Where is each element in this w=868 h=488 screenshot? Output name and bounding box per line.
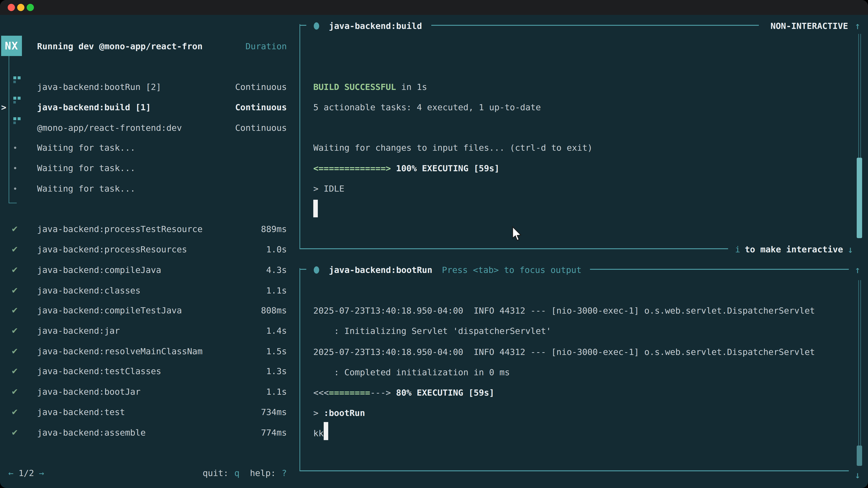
interactive-hint: i to make interactive ↓ <box>735 239 853 260</box>
prompt-task-name: :bootRun <box>324 408 365 418</box>
duration-column-header: Duration <box>196 36 287 57</box>
task-row[interactable]: java-backend:compileJava <box>37 260 161 280</box>
panel-corner-stub <box>300 269 306 270</box>
check-icon: ✔ <box>11 219 25 239</box>
help-key: ? <box>282 468 287 478</box>
pager-prev-icon[interactable]: ← <box>8 468 13 478</box>
mouse-cursor-icon <box>510 226 523 242</box>
task-row[interactable]: java-backend:resolveMainClassNam <box>37 341 203 361</box>
panel-header-rule <box>431 25 759 26</box>
progress-bar: <=============> <box>313 163 391 173</box>
task-duration: 1.0s <box>196 239 287 260</box>
task-row[interactable]: java-backend:assemble <box>37 422 146 443</box>
interactive-hint-key: i <box>735 245 740 254</box>
check-icon: ✔ <box>11 361 25 381</box>
scroll-up-icon[interactable]: ↑ <box>851 260 864 280</box>
close-button-icon[interactable] <box>8 4 15 11</box>
waiting-task-row: Waiting for task... <box>37 138 135 158</box>
task-row[interactable]: java-backend:processResources <box>37 239 187 260</box>
progress-prefix: <<< <box>313 388 329 398</box>
check-icon: ✔ <box>11 422 25 443</box>
task-row[interactable]: java-backend:test <box>37 402 125 422</box>
build-time: in 1s <box>396 82 427 92</box>
panel-bottom-border <box>300 248 728 249</box>
pager-next-icon[interactable]: → <box>39 468 44 478</box>
typed-input-text[interactable]: kk <box>313 423 324 444</box>
minimize-button-icon[interactable] <box>17 4 24 11</box>
task-status-dot-icon <box>314 266 319 273</box>
task-row[interactable]: java-backend:compileTestJava <box>37 300 182 321</box>
panel-bottom-border <box>300 470 849 471</box>
progress-status <box>391 163 396 173</box>
titlebar[interactable] <box>0 0 868 15</box>
scrollbar-thumb[interactable] <box>857 158 862 238</box>
bootrun-progress-line: <<<========---> 80% EXECUTING [59s] <box>313 383 494 403</box>
progress-status-text: 100% EXECUTING [59s] <box>396 163 500 173</box>
task-duration: Continuous <box>196 77 287 97</box>
scrollbar-thumb[interactable] <box>857 446 862 466</box>
keyboard-hints: quit: q help: ? <box>196 463 287 483</box>
task-duration: 1.4s <box>196 321 287 341</box>
build-summary-line: 5 actionable tasks: 4 executed, 1 up-to-… <box>313 97 541 118</box>
build-successful-label: BUILD SUCCESSFUL <box>313 82 396 92</box>
bootrun-panel-title: java-backend:bootRun <box>329 260 432 280</box>
waiting-task-row: Waiting for task... <box>37 178 135 199</box>
task-status-dot-icon <box>314 22 319 30</box>
panel-left-border <box>300 268 300 471</box>
pager: ← 1/2 → <box>8 463 44 483</box>
check-icon: ✔ <box>11 281 25 301</box>
progress-status-value: 80% EXECUTING [59s] <box>396 388 494 398</box>
task-duration: Continuous <box>196 97 287 118</box>
waiting-dot-icon <box>14 188 16 190</box>
waiting-task-row: Waiting for task... <box>37 158 135 178</box>
terminal-cursor <box>324 422 328 440</box>
build-result-line: BUILD SUCCESSFUL in 1s <box>313 77 427 97</box>
check-icon: ✔ <box>11 402 25 422</box>
non-interactive-badge: NON-INTERACTIVE <box>758 16 848 36</box>
panel-corner-stub <box>300 25 306 26</box>
log-line: : Initializing Servlet 'dispatcherServle… <box>313 321 551 341</box>
progress-bar: ======== <box>329 388 370 398</box>
task-row-build-selected[interactable]: java-backend:build [1] <box>37 97 151 118</box>
task-duration: 734ms <box>196 402 287 422</box>
progress-status-text <box>391 388 396 398</box>
log-line: 2025-07-23T13:40:18.950-04:00 INFO 44312… <box>313 342 815 362</box>
build-idle-line: > IDLE <box>313 178 344 199</box>
scroll-down-icon[interactable]: ↓ <box>848 244 853 255</box>
scroll-down-icon[interactable]: ↓ <box>851 465 864 485</box>
help-hint-label: help: <box>250 468 276 478</box>
task-row-bootrun[interactable]: java-backend:bootRun [2] <box>37 77 161 97</box>
terminal-screen: NX Running dev @mono-app/react-fron Dura… <box>0 0 868 488</box>
waiting-dot-icon <box>14 147 16 149</box>
task-duration: 774ms <box>196 422 287 443</box>
sidebar-title: Running dev @mono-app/react-fron <box>37 36 203 57</box>
nx-logo: NX <box>1 36 22 56</box>
progress-suffix: ---> <box>370 388 391 398</box>
terminal-cursor <box>313 200 318 217</box>
task-row-frontend-dev[interactable]: @mono-app/react-frontend:dev <box>37 118 182 138</box>
task-row[interactable]: java-backend:testClasses <box>37 361 161 381</box>
build-waiting-line: Waiting for changes to input files... (c… <box>313 138 592 158</box>
log-line: : Completed initialization in 0 ms <box>313 362 510 383</box>
gradle-prompt-line: > :bootRun <box>313 403 365 423</box>
build-progress-line: <=============> 100% EXECUTING [59s] <box>313 158 500 178</box>
task-duration: Continuous <box>196 118 287 138</box>
task-row[interactable]: java-backend:classes <box>37 281 141 301</box>
task-row[interactable]: java-backend:bootJar <box>37 382 141 402</box>
panel-left-border <box>300 24 300 249</box>
build-panel-title: java-backend:build <box>329 16 422 36</box>
focus-output-hint: Press <tab> to focus output <box>442 260 582 280</box>
quit-hint-label: quit: <box>203 468 228 478</box>
task-row[interactable]: java-backend:processTestResource <box>37 219 203 239</box>
check-icon: ✔ <box>11 382 25 402</box>
task-row[interactable]: java-backend:jar <box>37 321 120 341</box>
task-duration: 808ms <box>196 300 287 321</box>
task-duration: 1.1s <box>196 281 287 301</box>
scrollbar-track[interactable] <box>858 280 861 466</box>
waiting-dot-icon <box>14 167 16 169</box>
quit-key: q <box>235 468 240 478</box>
zoom-button-icon[interactable] <box>27 4 34 11</box>
task-group-connector-foot <box>8 203 17 203</box>
scroll-up-icon[interactable]: ↑ <box>851 16 864 36</box>
terminal-window: NX Running dev @mono-app/react-fron Dura… <box>0 0 868 488</box>
